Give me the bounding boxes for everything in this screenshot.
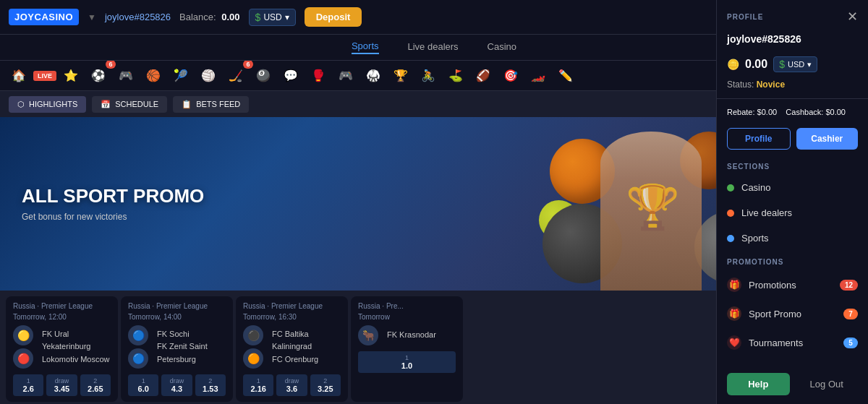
sport-icon-home[interactable]: 🏠 [6,64,32,87]
casino-dot [727,184,734,192]
match-odds: 1 2.6 draw 3.45 2 2.65 [13,374,111,396]
match-card: Russia · Premier League Tomorrow, 12:00 … [6,296,118,402]
team1-logo: 🟡 [13,325,33,345]
section-sports[interactable]: Sports [717,225,868,251]
sport-icon-esports[interactable]: 💬 [278,64,304,87]
panel-header: PROFILE ✕ [717,0,868,30]
panel-username: joylove#825826 [717,30,868,52]
logo-dropdown-arrow[interactable]: ▼ [88,12,96,22]
highlights-icon: ⬡ [17,100,25,109]
panel-action-buttons: Profile Cashier [717,122,868,155]
odd-draw-button[interactable]: draw 4.3 [161,374,192,396]
odd2-button[interactable]: 2 3.25 [310,374,341,396]
tab-live-dealers[interactable]: Live dealers [408,41,459,53]
match-time: Tomorrow [358,313,456,321]
live-dealers-dot [727,210,734,217]
match-time: Tomorrow, 16:30 [243,313,341,321]
odd-draw-button[interactable]: draw 3.6 [276,374,307,396]
odd-draw-button[interactable]: draw 3.45 [46,374,77,396]
panel-divider [717,98,868,99]
sport-icon-favorites[interactable]: ⭐ [58,64,84,87]
logo[interactable]: JOYCASINO [9,9,79,25]
section-casino-label: Casino [741,182,770,193]
odd2-button[interactable]: 2 2.65 [80,374,111,396]
sport-icon-basketball[interactable]: 🏀 [140,64,166,87]
section-live-dealers[interactable]: Live dealers [717,200,868,225]
team-names: FK Sochi FK Zenit Saint Petersburg [157,328,226,366]
sport-icon-volleyball[interactable]: 🏐 [195,64,221,87]
odd2-button[interactable]: 2 1.53 [195,374,226,396]
sport-icon-fifa[interactable]: 🎮 [113,64,139,87]
schedule-button[interactable]: 📅 SCHEDULE [92,96,167,113]
promotions-icon: 🎁 [727,278,741,292]
panel-rebate: Rebate: $0.00 Cashback: $0.00 [717,102,868,122]
sport-icon-mma[interactable]: 🥋 [360,64,386,87]
team2-name: FK Zenit Saint Petersburg [157,340,226,366]
team-names: FK Ural Yekaterinburg Lokomotiv Moscow [42,328,111,366]
team1-logo: 🐂 [358,325,378,345]
promo-sport-promo[interactable]: 🎁 Sport Promo 7 [717,299,868,328]
team-names: FK Krasnodar [387,329,436,342]
match-odds: 1 1.0 [358,351,456,373]
section-casino[interactable]: Casino [717,175,868,200]
promotions-label: PROMOTIONS [717,251,868,270]
match-card: Russia · Pre... Tomorrow 🐂 FK Krasnodar … [351,296,463,402]
match-card: Russia · Premier League Tomorrow, 14:00 … [121,296,233,402]
tournaments-icon: ❤️ [727,335,741,350]
promo-promotions[interactable]: 🎁 Promotions 12 [717,270,868,299]
sport-icon-fifa2[interactable]: 🎮 [333,64,359,87]
sport-icon-esports2[interactable]: 🎯 [498,64,524,87]
close-panel-button[interactable]: ✕ [847,9,858,25]
tab-casino[interactable]: Casino [488,41,516,53]
sport-icon-hockey[interactable]: 🏒6 [223,64,249,87]
sport-icon-boxing[interactable]: 🥊 [305,64,331,87]
sport-icon-american-football[interactable]: 🏈 [470,64,496,87]
logout-button[interactable]: Log Out [796,373,859,395]
feed-icon: 📋 [182,100,192,109]
match-time: Tomorrow, 12:00 [13,313,111,321]
team1-logo: 🔵 [128,325,148,345]
sport-icon-pool[interactable]: 🎱 [250,64,276,87]
cashier-button[interactable]: Cashier [796,128,859,150]
sport-icon-cycling[interactable]: 🚴 [415,64,441,87]
deposit-button[interactable]: Deposit [305,7,362,27]
section-sports-label: Sports [741,233,769,244]
sport-icon-live[interactable]: LIVE [33,71,56,81]
panel-balance-value: 0.00 [745,58,767,71]
sport-icon-fifa3[interactable]: 🏆 [388,64,414,87]
team2-logo: 🔵 [128,348,148,369]
match-teams: ⚫ 🟠 FC Baltika Kaliningrad FC Orenburg [243,325,341,369]
odd1-button[interactable]: 1 1.0 [358,351,456,373]
sport-icon-more[interactable]: ✏️ [553,64,579,87]
sections-label: SECTIONS [717,155,868,175]
currency-selector[interactable]: $ USD ▾ [249,9,296,26]
team1-name: FK Sochi [157,328,226,341]
tab-sports[interactable]: Sports [352,40,379,54]
odd1-button[interactable]: 1 6.0 [128,374,158,396]
team1-name: FC Baltika Kaliningrad [272,328,341,353]
sport-icon-racing[interactable]: 🏎️ [525,64,551,87]
odd1-button[interactable]: 1 2.16 [243,374,273,396]
team-names: FC Baltika Kaliningrad FC Orenburg [272,328,341,366]
usd-icon: $ [255,12,261,23]
banner-text: ALL SPORT PROMO Get bonus for new victor… [22,185,204,222]
team2-name: FC Orenburg [272,353,341,366]
section-live-dealers-label: Live dealers [741,207,792,218]
sport-promo-count: 7 [843,309,858,319]
team1-name: FK Krasnodar [387,329,436,342]
highlights-button[interactable]: ⬡ HIGHLIGHTS [9,96,86,113]
sport-icon-tennis[interactable]: 🎾 [168,64,194,87]
panel-currency-selector[interactable]: $ USD ▾ [773,56,817,72]
sport-icon-golf[interactable]: ⛳ [443,64,469,87]
promo-tournaments[interactable]: ❤️ Tournaments 5 [717,328,868,357]
sport-icon-soccer[interactable]: ⚽6 [85,64,111,87]
username: joylove#825826 [105,12,171,22]
sport-promo-icon: 🎁 [727,306,741,321]
match-league: Russia · Pre... [358,302,456,310]
match-odds: 1 2.16 draw 3.6 2 3.25 [243,374,341,396]
help-button[interactable]: Help [727,373,790,395]
profile-button[interactable]: Profile [727,128,791,150]
profile-label: PROFILE [727,13,763,21]
bets-feed-button[interactable]: 📋 BETS FEED [173,96,249,113]
odd1-button[interactable]: 1 2.6 [13,374,43,396]
